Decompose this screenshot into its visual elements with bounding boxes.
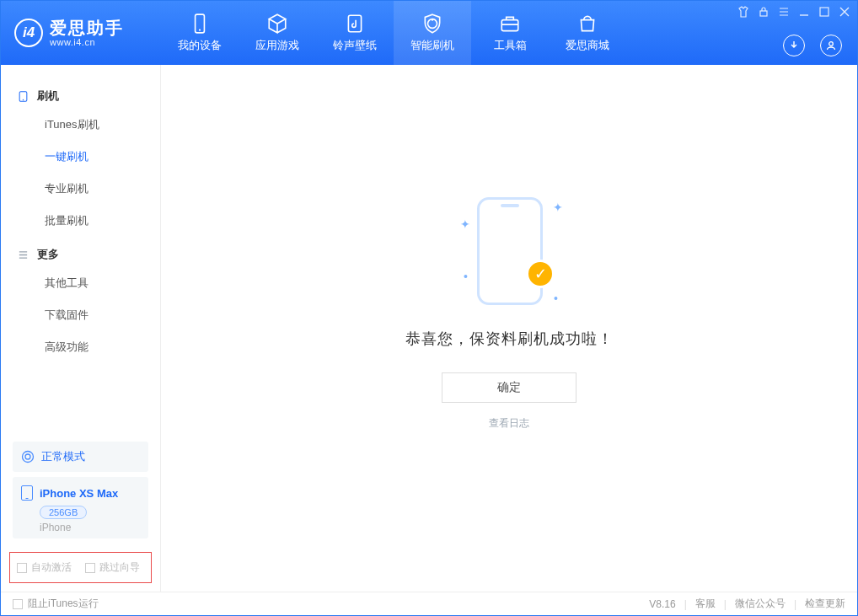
logo-icon: i4: [14, 19, 43, 47]
main-tabs: 我的设备 应用游戏 铃声壁纸 智能刷机 工具箱 爱思商城: [161, 1, 626, 65]
sidebar-item-other-tools[interactable]: 其他工具: [1, 267, 160, 299]
statusbar-left: 阻止iTunes运行: [13, 597, 99, 611]
app-name-zh: 爱思助手: [50, 19, 124, 37]
shirt-icon[interactable]: [737, 6, 749, 18]
device-icon: [189, 13, 211, 35]
tab-label: 应用游戏: [255, 38, 299, 53]
link-check-update[interactable]: 检查更新: [805, 597, 845, 611]
sidebar: 刷机 iTunes刷机 一键刷机 专业刷机 批量刷机 更多 其他工具 下载固件 …: [1, 65, 161, 592]
window-controls: [737, 6, 850, 18]
tab-my-device[interactable]: 我的设备: [161, 1, 239, 65]
device-name: iPhone XS Max: [40, 487, 118, 500]
lock-icon[interactable]: [758, 6, 770, 18]
sidebar-item-advanced[interactable]: 高级功能: [1, 331, 160, 363]
user-icon: [825, 40, 837, 51]
tab-label: 爱思商城: [566, 38, 609, 53]
tab-mall[interactable]: 爱思商城: [549, 1, 626, 65]
sidebar-item-onekey-flash[interactable]: 一键刷机: [1, 141, 160, 173]
success-illustration: ✦✦•• ✓: [458, 192, 560, 310]
phone-icon: [21, 485, 33, 501]
tab-label: 智能刷机: [410, 38, 454, 53]
svg-point-8: [23, 99, 24, 99]
logo-area: i4 爱思助手 www.i4.cn: [1, 1, 161, 65]
checkbox-label: 跳过向导: [99, 560, 140, 575]
checkbox-block-itunes[interactable]: 阻止iTunes运行: [13, 597, 99, 611]
svg-rect-4: [760, 11, 767, 16]
download-icon: [788, 40, 800, 51]
toolbox-icon: [499, 13, 521, 35]
tab-smart-flash[interactable]: 智能刷机: [394, 1, 471, 65]
main-content: ✦✦•• ✓ 恭喜您，保资料刷机成功啦！ 确定 查看日志: [161, 65, 857, 592]
list-icon: [18, 249, 29, 260]
block-itunes-label: 阻止iTunes运行: [28, 597, 99, 611]
device-type-label: iPhone: [40, 522, 140, 533]
tab-toolbox[interactable]: 工具箱: [471, 1, 549, 65]
phone-icon: [18, 91, 29, 102]
bag-icon: [576, 13, 598, 35]
ok-button[interactable]: 确定: [442, 372, 576, 403]
sidebar-item-batch-flash[interactable]: 批量刷机: [1, 205, 160, 237]
link-wechat[interactable]: 微信公众号: [735, 597, 786, 611]
tab-apps-games[interactable]: 应用游戏: [239, 1, 316, 65]
app-name-en: www.i4.cn: [50, 37, 124, 47]
sidebar-group-title: 刷机: [37, 88, 59, 104]
device-name-row: iPhone XS Max: [21, 485, 140, 501]
svg-point-6: [829, 42, 834, 46]
account-button[interactable]: [820, 35, 842, 56]
success-headline: 恭喜您，保资料刷机成功啦！: [405, 329, 614, 349]
device-storage-pill: 256GB: [40, 506, 87, 519]
checkbox-icon: [85, 563, 95, 573]
menu-icon[interactable]: [778, 6, 790, 18]
sidebar-item-download-firmware[interactable]: 下载固件: [1, 299, 160, 331]
sidebar-group-title: 更多: [37, 247, 59, 262]
cube-icon: [266, 13, 288, 35]
mode-row[interactable]: 正常模式: [13, 442, 148, 472]
body: 刷机 iTunes刷机 一键刷机 专业刷机 批量刷机 更多 其他工具 下载固件 …: [1, 65, 857, 592]
music-icon: [344, 13, 366, 35]
device-card[interactable]: iPhone XS Max 256GB iPhone: [13, 477, 148, 538]
view-log-link[interactable]: 查看日志: [489, 416, 529, 431]
check-badge-icon: ✓: [526, 260, 555, 288]
statusbar-right: V8.16 | 客服 | 微信公众号 | 检查更新: [649, 597, 845, 611]
svg-point-9: [23, 452, 34, 463]
download-button[interactable]: [783, 35, 805, 56]
link-support[interactable]: 客服: [695, 597, 716, 611]
shield-icon: [421, 13, 443, 35]
checkbox-icon: [17, 563, 27, 573]
tab-label: 工具箱: [494, 38, 527, 53]
version-label: V8.16: [649, 598, 675, 610]
sidebar-item-itunes-flash[interactable]: iTunes刷机: [1, 109, 160, 141]
svg-rect-3: [501, 20, 518, 31]
minimize-icon[interactable]: [798, 6, 810, 18]
svg-rect-5: [820, 8, 829, 16]
checkbox-row: 自动激活 跳过向导: [9, 552, 152, 583]
sidebar-group-flash[interactable]: 刷机: [1, 83, 160, 109]
sync-icon: [21, 450, 35, 463]
svg-rect-2: [348, 15, 361, 32]
sidebar-item-pro-flash[interactable]: 专业刷机: [1, 173, 160, 205]
illus-phone-icon: [477, 197, 543, 305]
app-header: i4 爱思助手 www.i4.cn 我的设备 应用游戏 铃声壁纸 智能刷机 工具…: [1, 1, 857, 65]
tab-label: 铃声壁纸: [333, 38, 377, 53]
header-actions: [783, 35, 842, 56]
svg-point-1: [199, 29, 201, 31]
tab-label: 我的设备: [178, 38, 222, 53]
statusbar: 阻止iTunes运行 V8.16 | 客服 | 微信公众号 | 检查更新: [1, 592, 857, 615]
sidebar-scroll[interactable]: 刷机 iTunes刷机 一键刷机 专业刷机 批量刷机 更多 其他工具 下载固件 …: [1, 65, 160, 442]
checkbox-icon: [13, 599, 23, 609]
sidebar-group-more[interactable]: 更多: [1, 242, 160, 267]
checkbox-skip-wizard[interactable]: 跳过向导: [85, 560, 140, 575]
logo-text: 爱思助手 www.i4.cn: [50, 19, 124, 47]
checkbox-label: 自动激活: [31, 560, 72, 575]
close-icon[interactable]: [839, 6, 850, 18]
checkbox-auto-activate[interactable]: 自动激活: [17, 560, 72, 575]
tab-ring-wallpaper[interactable]: 铃声壁纸: [316, 1, 394, 65]
maximize-icon[interactable]: [818, 6, 830, 18]
mode-label: 正常模式: [41, 449, 85, 464]
